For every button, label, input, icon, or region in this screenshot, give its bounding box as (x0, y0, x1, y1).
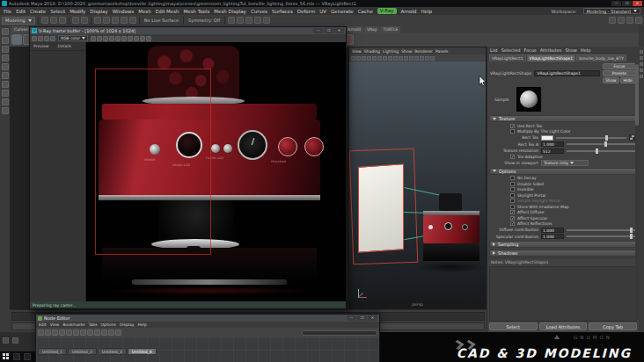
viewport-menu-lighting[interactable]: Lighting (383, 49, 399, 54)
ne-minimize-button[interactable]: — (347, 315, 356, 321)
sidebar-modeling-toolkit-icon[interactable] (609, 17, 616, 24)
viewport-toolbar-icon[interactable] (414, 56, 419, 61)
shelf-tab-turtle[interactable]: TURTLE (380, 26, 400, 33)
menu-cache[interactable]: Cache (358, 9, 373, 14)
vfb-channel-dropdown[interactable]: RGB color (58, 35, 88, 41)
viewport-3d-canvas[interactable]: persp (349, 62, 486, 308)
viewport-menu-renderer[interactable]: Renderer (414, 49, 433, 54)
sidebar-toggle-icon[interactable] (640, 62, 643, 66)
ne-toolbar-icon[interactable] (94, 329, 100, 336)
texture-resolution-slider[interactable] (567, 150, 635, 152)
construction-history-icon[interactable] (228, 17, 235, 24)
ne-menu-help[interactable]: Help (138, 322, 147, 327)
viewport-toolbar-icon[interactable] (393, 56, 398, 61)
snap-grid-icon[interactable] (94, 17, 101, 24)
vfb-close-button[interactable]: ✕ (334, 28, 344, 33)
multiply-checkbox[interactable] (510, 129, 515, 134)
slider-handle[interactable] (630, 234, 633, 239)
ae-menu-list[interactable]: List (490, 47, 498, 53)
vfb-mono-icon[interactable] (115, 36, 121, 41)
node-tab-shape[interactable]: VRayLightRectShape1 (527, 54, 576, 62)
viewport-toolbar-icon[interactable] (404, 56, 408, 61)
shelf-icon[interactable] (11, 34, 22, 45)
viewport-toolbar-icon[interactable] (409, 56, 413, 61)
vfb-clear-image-icon[interactable] (44, 36, 49, 41)
menu-select[interactable]: Select (50, 9, 65, 14)
node-tab-transform[interactable]: VRayLightRect1 (489, 54, 526, 62)
copy-tab-button[interactable]: Copy Tab (589, 322, 637, 330)
vfb-track-mouse-icon[interactable] (134, 36, 139, 41)
node-name-field[interactable]: VRayLightRectShape1 (534, 70, 600, 76)
menu-edit-mesh[interactable]: Edit Mesh (156, 9, 179, 14)
node-search-input[interactable] (302, 330, 377, 336)
layout-four-pane-icon[interactable] (2, 98, 9, 105)
sidebar-toggle-icon[interactable] (640, 56, 643, 60)
vfb-save-image-icon[interactable] (32, 36, 37, 41)
menu-arnold[interactable]: Arnold (401, 9, 417, 14)
symmetry-label[interactable]: Symmetry: Off (188, 18, 220, 23)
vfb-titlebar[interactable]: V V-Ray frame buffer - [100% of 1024 x 1… (30, 27, 346, 34)
menu-display[interactable]: Display (90, 9, 107, 14)
ne-tab-untitled-2[interactable]: Untitled_2 (68, 348, 97, 355)
specular-contribution-slider[interactable] (567, 235, 635, 237)
snap-plane-icon[interactable] (121, 17, 128, 24)
open-scene-icon[interactable] (50, 17, 57, 24)
hide-button[interactable]: Hide (620, 77, 637, 83)
affect-specular-checkbox[interactable]: ✓ (510, 216, 515, 221)
ne-tab-untitled-4[interactable]: Untitled_4 (128, 348, 157, 355)
close-button[interactable]: ✕ (633, 1, 642, 6)
slider-handle[interactable] (604, 141, 607, 147)
ne-tab-untitled-1[interactable]: Untitled_1 (38, 348, 67, 355)
ne-toolbar-icon[interactable] (101, 329, 107, 336)
viewport-toolbar-icon[interactable] (367, 56, 371, 61)
texture-section-header[interactable]: Texture (489, 115, 637, 122)
ne-close-button[interactable]: ✕ (368, 315, 377, 321)
tex-adaptive-checkbox[interactable]: ✓ (510, 155, 515, 159)
menu-create[interactable]: Create (30, 9, 46, 14)
menu-help[interactable]: Help (421, 9, 432, 14)
viewport-menu-shading[interactable]: Shading (364, 49, 380, 54)
menu-mesh[interactable]: Mesh (138, 9, 150, 14)
render-view-icon[interactable] (237, 17, 244, 24)
move-tool-icon[interactable] (2, 54, 9, 62)
ne-menu-options[interactable]: Options (101, 322, 116, 327)
no-decay-checkbox[interactable] (510, 176, 515, 180)
vfb-red-channel-icon[interactable] (91, 36, 96, 41)
viewport-toolbar-icon[interactable] (399, 56, 403, 61)
sampling-section-header[interactable]: Sampling (489, 241, 637, 248)
ne-menu-bookmarks[interactable]: Bookmarks (62, 322, 84, 327)
vfb-region-render-icon[interactable] (128, 36, 133, 41)
taskbar-app-icon[interactable] (24, 353, 31, 360)
menu-set-selector[interactable]: Modeling (2, 17, 35, 25)
layout-split-pane-icon[interactable] (2, 107, 9, 114)
sidebar-toggle-icon[interactable] (640, 69, 643, 72)
workspace-selector[interactable]: Modeling - Standard (583, 8, 640, 14)
window-titlebar[interactable]: Autodesk Maya 2018: D:\100-2020_gnomon\w… (0, 0, 644, 7)
maximize-button[interactable]: ❐ (622, 1, 632, 6)
invisible-checkbox[interactable] (510, 187, 515, 192)
ne-toolbar-icon[interactable] (87, 329, 93, 336)
viewport-toolbar-icon[interactable] (430, 56, 435, 61)
snap-point-icon[interactable] (112, 17, 119, 24)
ae-menu-help[interactable]: Help (581, 47, 590, 53)
rect-tex-a-field[interactable]: 1.000 (541, 141, 564, 147)
snap-curve-icon[interactable] (103, 17, 110, 24)
rect-tex-color-swatch[interactable] (541, 135, 553, 141)
rect-tex-slider[interactable] (556, 137, 626, 139)
menu-uv[interactable]: UV (319, 9, 326, 14)
show-button[interactable]: Show (603, 77, 619, 83)
sidebar-toggle-icon[interactable] (640, 75, 643, 78)
ne-toolbar-icon[interactable] (38, 329, 44, 336)
command-line-icon[interactable] (3, 337, 9, 344)
save-scene-icon[interactable] (59, 17, 66, 24)
node-tab-related[interactable]: breville_body_low_BTY (576, 54, 626, 62)
viewport-toolbar-icon[interactable] (388, 56, 392, 61)
vfb-color-correction-icon[interactable] (121, 36, 127, 41)
presets-button[interactable]: Presets (603, 70, 636, 76)
ne-toolbar-icon[interactable] (80, 329, 86, 336)
node-editor-canvas[interactable]: Untitled_1 Untitled_2 Untitled_3 Untitle… (36, 337, 379, 362)
vfb-green-channel-icon[interactable] (97, 36, 102, 41)
select-tool-icon[interactable] (2, 28, 9, 35)
vfb-stop-render-icon[interactable] (146, 36, 151, 41)
shadows-section-header[interactable]: Shadows (489, 250, 637, 257)
